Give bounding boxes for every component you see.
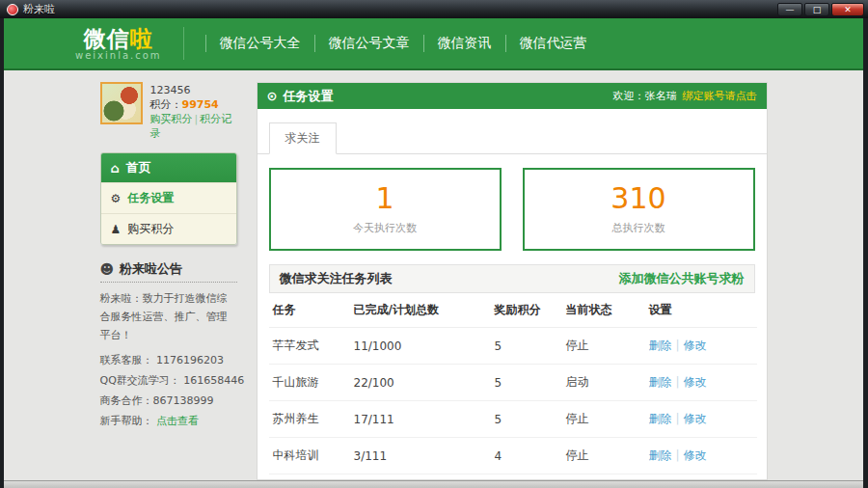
col-progress: 已完成/计划总数 (350, 293, 491, 328)
header-divider (183, 27, 184, 60)
site-header: 微信啦 weixinla.com 微信公号大全 微信公号文章 微信资讯 微信代运… (4, 18, 863, 70)
maximize-button[interactable]: □ (804, 3, 829, 16)
window-content: 微信啦 weixinla.com 微信公号大全 微信公号文章 微信资讯 微信代运… (0, 18, 868, 488)
delete-link[interactable]: 删除 (649, 448, 672, 462)
logo-accent: 啦 (130, 26, 153, 51)
contact-list: 联系客服： 1176196203 QQ群交流学习： 161658446 商务合作… (100, 350, 237, 411)
sidebar-item-label: 购买积分 (127, 221, 174, 237)
task-progress: 3/111 (350, 438, 491, 474)
help-label: 新手帮助： (100, 415, 153, 427)
task-points: 5 (491, 365, 562, 401)
action-separator: | (676, 375, 680, 389)
table-row: 千山旅游 22/100 5 启动 删除|修改 (269, 365, 757, 401)
task-status: 停止 (562, 438, 645, 474)
avatar[interactable] (100, 82, 143, 124)
sidebar-item-task-settings[interactable]: ⚙ 任务设置 (101, 182, 236, 213)
table-row: 芊芊发式 11/1000 5 停止 删除|修改 (269, 328, 757, 365)
points-value: 99754 (182, 98, 219, 111)
task-name: 芊芊发式 (269, 328, 350, 365)
announcement-panel: ☻ 粉来啦公告 粉来啦：致力于打造微信综合服务性运营、推广、管理平台！ 联系客服… (100, 260, 237, 431)
delete-link[interactable]: 删除 (649, 339, 672, 352)
panel-header: ⊙ 任务设置 欢迎：张名瑞 绑定账号请点击 (258, 83, 767, 109)
tab-bar: 求关注 (258, 109, 767, 154)
stat-total: 310 总执行次数 (523, 168, 755, 251)
task-name: 千山旅游 (269, 365, 350, 401)
task-panel: ⊙ 任务设置 欢迎：张名瑞 绑定账号请点击 求关注 1 今天执行次数 (257, 82, 768, 480)
person-icon: ♟ (111, 223, 122, 236)
task-status: 停止 (562, 401, 645, 438)
sidebar-item-buy-points[interactable]: ♟ 购买积分 (101, 213, 236, 244)
stat-today-label: 今天执行次数 (353, 221, 417, 235)
notice-icon: ☻ (100, 261, 115, 277)
edit-link[interactable]: 修改 (684, 339, 707, 352)
username: 123456 (150, 83, 237, 97)
stat-today: 1 今天执行次数 (269, 168, 502, 251)
gear-icon: ⚙ (111, 192, 122, 205)
task-points: 4 (491, 438, 562, 474)
action-separator: | (676, 448, 680, 462)
tab-seek-follow[interactable]: 求关注 (269, 122, 337, 154)
buy-points-link[interactable]: 购买积分 (150, 113, 193, 125)
task-name: 中科培训 (269, 438, 350, 474)
table-row: 苏州养生 17/111 5 停止 删除|修改 (269, 401, 757, 438)
add-account-link[interactable]: 添加微信公共账号求粉 (619, 270, 745, 287)
edit-link[interactable]: 修改 (684, 412, 707, 425)
sidebar-item-home[interactable]: ⌂ 首页 (101, 153, 236, 182)
window-statusbar (4, 480, 863, 488)
table-header-bar: 微信求关注任务列表 添加微信公共账号求粉 (269, 264, 755, 293)
task-points: 5 (491, 328, 562, 365)
action-separator: | (676, 339, 680, 352)
help-link[interactable]: 点击查看 (156, 415, 199, 427)
stat-total-label: 总执行次数 (612, 221, 665, 235)
nav-item[interactable]: 微信资讯 (423, 35, 505, 52)
dotted-divider (100, 282, 237, 283)
nav-item[interactable]: 微信公号文章 (314, 35, 423, 52)
nav-item[interactable]: 微信代运营 (505, 35, 601, 52)
announcement-text: 粉来啦：致力于打造微信综合服务性运营、推广、管理平台！ (100, 289, 237, 344)
delete-link[interactable]: 删除 (649, 375, 672, 389)
sidebar-menu: ⌂ 首页 ⚙ 任务设置 ♟ 购买积分 (100, 152, 237, 245)
sidebar: 123456 积分：99754 购买积分|积分记录 ⌂ 首页 (100, 82, 237, 480)
edit-link[interactable]: 修改 (684, 448, 707, 462)
col-points: 奖励积分 (491, 293, 562, 328)
col-status: 当前状态 (562, 293, 645, 328)
task-status: 启动 (562, 365, 645, 401)
task-progress: 17/111 (350, 401, 491, 438)
window-title: 粉来啦 (23, 2, 55, 16)
sidebar-item-label: 任务设置 (127, 190, 174, 206)
task-points: 5 (491, 401, 562, 438)
panel-title: 任务设置 (283, 88, 333, 105)
link-separator: | (195, 113, 199, 125)
task-progress: 22/100 (350, 365, 491, 401)
table-header-row: 任务 已完成/计划总数 奖励积分 当前状态 设置 (269, 293, 757, 328)
minimize-button[interactable]: — (777, 3, 802, 16)
announcement-title: 粉来啦公告 (120, 260, 182, 278)
sidebar-home-label: 首页 (126, 159, 151, 176)
stats-row: 1 今天执行次数 310 总执行次数 (258, 154, 767, 260)
logo-subtitle: weixinla.com (75, 50, 162, 61)
close-button[interactable]: ✕ (831, 3, 864, 16)
table-title: 微信求关注任务列表 (280, 270, 393, 287)
contact-line: QQ群交流学习： 161658446 (100, 370, 237, 391)
welcome-text: 欢迎：张名瑞 (613, 89, 677, 103)
points-row: 积分：99754 (150, 97, 237, 112)
col-task: 任务 (269, 293, 350, 328)
newbie-help-row: 新手帮助： 点击查看 (100, 411, 237, 431)
main-nav: 微信公号大全 微信公号文章 微信资讯 微信代运营 (205, 35, 601, 52)
home-icon: ⌂ (111, 161, 120, 176)
points-label: 积分： (150, 98, 182, 111)
contact-line: 联系客服： 1176196203 (100, 350, 237, 370)
nav-item[interactable]: 微信公号大全 (205, 35, 314, 52)
delete-link[interactable]: 删除 (649, 412, 672, 425)
task-name: 苏州养生 (269, 401, 350, 438)
app-window: 粉来啦 — □ ✕ 微信啦 weixinla.com 微信公号大全 微信公号文章… (0, 0, 868, 488)
edit-link[interactable]: 修改 (684, 375, 707, 389)
profile-card: 123456 积分：99754 购买积分|积分记录 (100, 82, 237, 141)
action-separator: | (676, 412, 680, 425)
site-logo[interactable]: 微信啦 weixinla.com (75, 27, 162, 61)
table-row: 中科培训 3/111 4 停止 删除|修改 (269, 438, 757, 474)
logo-text: 微信 (84, 26, 130, 51)
bind-account-link[interactable]: 绑定账号请点击 (683, 89, 757, 103)
app-icon (7, 4, 18, 15)
contact-line: 商务合作：867138999 (100, 391, 237, 411)
